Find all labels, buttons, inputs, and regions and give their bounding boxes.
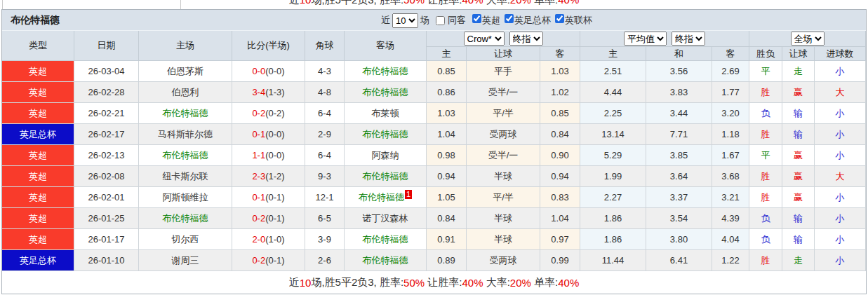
league-filter-label: 英超 xyxy=(482,15,500,25)
summary-segment: 20% xyxy=(510,277,531,289)
summary-footer: 近10场,胜5平2负3, 胜率:50% 让胜率:40% 大率:20% 单率:40… xyxy=(2,271,866,294)
league-cell: 英超 xyxy=(2,229,74,250)
corners-cell: 9-3 xyxy=(305,166,345,187)
avg-draw-cell: 3.83 xyxy=(646,82,712,103)
halftime-score: (0-0) xyxy=(265,150,284,160)
corners-cell: 2-9 xyxy=(305,124,345,145)
score-cell: 1-1(0-0) xyxy=(232,145,305,166)
away-team-cell: 布伦特福德 xyxy=(345,229,427,250)
halftime-score: (0-0) xyxy=(265,66,284,76)
goals-result-cell: 小 xyxy=(815,208,866,229)
away-odds-cell: 0.84 xyxy=(540,124,580,145)
halftime-score: (0-2) xyxy=(265,108,284,118)
away-team-name: 布莱顿 xyxy=(372,107,399,120)
avg-draw-cell: 3.37 xyxy=(646,187,712,208)
avg-away-cell: 1.67 xyxy=(712,145,749,166)
column-header-home: 主场 xyxy=(139,31,232,61)
goals-result-cell: 小 xyxy=(815,145,866,166)
date-cell: 26-02-17 xyxy=(74,124,139,145)
summary-segment: 近 xyxy=(289,0,300,6)
league-filter-checkbox[interactable] xyxy=(555,14,564,23)
same-opponent-label: 同客 xyxy=(448,14,466,27)
odds-source-group: Crow* 终指 xyxy=(427,31,580,47)
summary-segment: 40% xyxy=(558,0,579,6)
league-filter-label: 英联杯 xyxy=(565,15,592,25)
summary-segment: 场,胜5平2负3, 胜率: xyxy=(311,276,403,289)
handicap-result-cell: 走 xyxy=(782,61,815,82)
league-cell: 英超 xyxy=(2,208,74,229)
goals-result-cell: 小 xyxy=(815,61,866,82)
handicap-cell: 平手 xyxy=(467,61,540,82)
avg-home-cell: 1.86 xyxy=(580,208,646,229)
home-team-cell: 布伦特福德 xyxy=(139,208,232,229)
odds-time-select[interactable]: 终指 xyxy=(509,32,543,46)
same-opponent-checkbox[interactable] xyxy=(436,16,445,25)
home-odds-cell: 1.03 xyxy=(427,103,467,124)
league-cell: 英超 xyxy=(2,82,74,103)
score-cell: 0-2(0-1) xyxy=(232,208,305,229)
recent-label: 近 xyxy=(381,14,390,27)
handicap-result-cell: 输 xyxy=(782,103,815,124)
fulltime-score: 1-1 xyxy=(252,150,265,160)
corners-cell: 3-9 xyxy=(305,229,345,250)
corners-cell: 6-4 xyxy=(305,103,345,124)
handicap-cell: 平/半 xyxy=(467,187,540,208)
summary-segment: 让胜率: xyxy=(425,276,462,289)
league-filter-checkbox[interactable] xyxy=(472,14,481,23)
home-odds-cell: 0.86 xyxy=(427,82,467,103)
avg-time-select[interactable]: 终指 xyxy=(672,32,705,46)
avg-draw-cell: 6.41 xyxy=(646,250,712,271)
avg-away-cell: 1.77 xyxy=(712,82,749,103)
goals-result-cell: 大 xyxy=(815,82,866,103)
team-history-table: 布伦特福德 近 10 场 同客 英超英足总杯英联杯 类型 日期 主场 比分(半场… xyxy=(1,9,867,294)
score-cell: 3-4(1-3) xyxy=(232,82,305,103)
goals-result-cell: 小 xyxy=(815,229,866,250)
page-title: 布伦特福德 xyxy=(11,14,60,27)
summary-segment: 场,胜5平2负3, 胜率: xyxy=(311,0,403,6)
fulltime-score: 3-4 xyxy=(252,87,265,97)
halftime-score: (0-1) xyxy=(265,213,284,224)
handicap-cell: 半球 xyxy=(467,166,540,187)
summary-segment: 40% xyxy=(558,277,579,289)
league-cell: 英足总杯 xyxy=(2,250,74,271)
score-cell: 2-3(1-2) xyxy=(232,166,305,187)
avg-draw-cell: 3.44 xyxy=(646,103,712,124)
away-team-name: 布伦特福德 xyxy=(363,254,408,267)
league-cell: 英超 xyxy=(2,187,74,208)
subcol-handicap-result: 让球 xyxy=(782,47,815,61)
goals-result-cell: 小 xyxy=(815,103,866,124)
avg-away-cell: 4.39 xyxy=(712,208,749,229)
handicap-cell: 受两球 xyxy=(467,124,540,145)
winlose-result-cell: 胜 xyxy=(749,250,782,271)
summary-segment: 40% xyxy=(462,277,483,289)
avg-away-cell: 2.69 xyxy=(712,61,749,82)
date-cell: 26-02-28 xyxy=(74,82,139,103)
match-row: 英超26-01-17切尔西2-0(1-0)3-9布伦特福德0.91半球0.971… xyxy=(2,229,866,250)
away-odds-cell: 0.97 xyxy=(540,229,580,250)
away-team-name: 布伦特福德 xyxy=(363,170,408,183)
league-filter-checkbox[interactable] xyxy=(505,14,514,23)
avg-source-select[interactable]: 平均值 xyxy=(624,32,667,46)
away-team-name: 布伦特福德 xyxy=(363,86,408,99)
result-scope-select[interactable]: 全场 xyxy=(791,32,824,46)
avg-away-cell: 3.68 xyxy=(712,166,749,187)
home-team-cell: 马科斯菲尔德 xyxy=(139,124,232,145)
summary-segment: 单率: xyxy=(531,0,558,6)
home-team-cell: 布伦特福德 xyxy=(139,103,232,124)
table-body: 英超26-03-04伯恩茅斯0-0(0-0)4-3布伦特福德0.85平手1.03… xyxy=(2,61,866,271)
home-team-cell: 布伦特福德 xyxy=(139,145,232,166)
odds-source-select[interactable]: Crow* xyxy=(464,32,505,46)
subcol-goals: 进球数 xyxy=(815,47,866,61)
match-row: 英超26-02-08纽卡斯尔联2-3(1-2)9-3布伦特福德0.94半球0.9… xyxy=(2,166,866,187)
goals-result-cell: 小 xyxy=(815,250,866,271)
summary-segment: 近 xyxy=(289,276,300,289)
away-team-cell: 布伦特福德1 xyxy=(345,187,427,208)
summary-segment: 50% xyxy=(403,277,425,289)
away-team-cell: 布伦特福德 xyxy=(345,166,427,187)
handicap-cell: 半球 xyxy=(467,208,540,229)
match-row: 英超26-02-13布伦特福德1-1(0-0)6-4阿森纳0.98受半/一0.9… xyxy=(2,145,866,166)
home-odds-cell: 0.94 xyxy=(427,166,467,187)
handicap-cell: 受两球 xyxy=(467,250,540,271)
recent-count-select[interactable]: 10 xyxy=(392,13,418,28)
away-odds-cell: 0.85 xyxy=(540,103,580,124)
